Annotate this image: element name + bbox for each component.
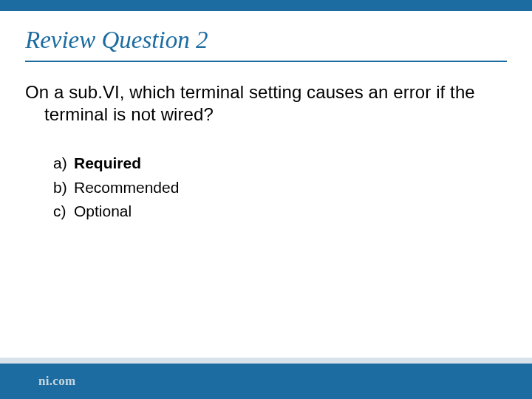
question-text: On a sub.VI, which terminal setting caus…: [25, 81, 498, 126]
footer-bar: ni.com: [0, 364, 532, 399]
option-letter: a): [53, 151, 74, 176]
top-accent-bar: [0, 0, 532, 11]
option-c: c) Optional: [53, 200, 467, 224]
option-text: Required: [74, 151, 141, 176]
option-letter: b): [53, 176, 74, 200]
option-letter: c): [53, 200, 74, 224]
question-line-1: On a sub.VI, which terminal setting caus…: [25, 82, 388, 102]
footer-brand: ni.com: [38, 374, 75, 389]
options-list: a) Required b) Recommended c) Optional: [53, 151, 467, 224]
option-text: Optional: [74, 200, 132, 224]
slide-title: Review Question 2: [25, 27, 208, 54]
slide: Review Question 2 On a sub.VI, which ter…: [0, 0, 532, 399]
option-b: b) Recommended: [53, 176, 467, 200]
title-underline: [25, 61, 507, 62]
option-a: a) Required: [53, 151, 467, 176]
option-text: Recommended: [74, 176, 179, 200]
